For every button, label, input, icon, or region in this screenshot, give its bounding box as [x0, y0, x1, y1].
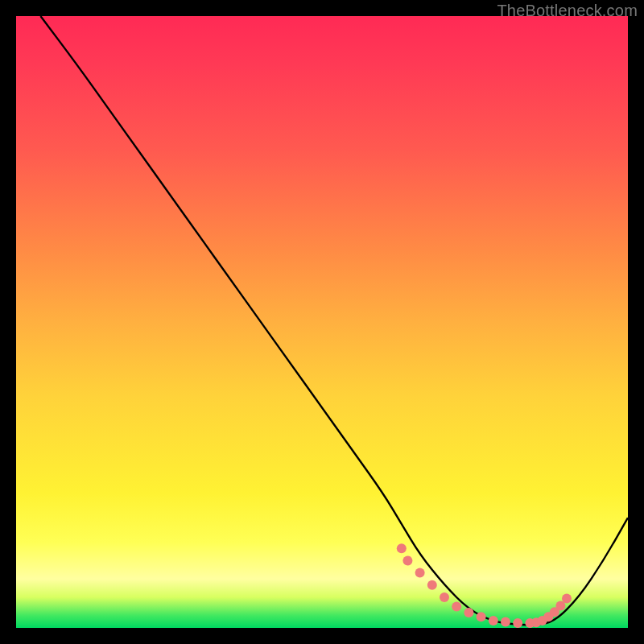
optimal-dot — [464, 608, 473, 617]
optimal-dot — [397, 543, 407, 553]
bottleneck-curve-line — [40, 16, 628, 625]
chart-container: TheBottleneck.com — [0, 0, 644, 644]
optimal-dot — [477, 612, 486, 621]
optimal-dot — [513, 618, 522, 628]
optimal-dot — [562, 594, 572, 604]
optimal-dot — [427, 580, 437, 590]
plot-area — [16, 16, 628, 628]
optimal-dot — [501, 617, 510, 626]
optimal-dot — [452, 601, 461, 611]
chart-overlay — [16, 16, 628, 628]
optimal-dot — [402, 555, 412, 565]
optimal-dot — [489, 616, 498, 625]
optimal-dot — [440, 592, 449, 602]
optimal-dot — [415, 568, 425, 578]
watermark-text: TheBottleneck.com — [497, 2, 638, 20]
